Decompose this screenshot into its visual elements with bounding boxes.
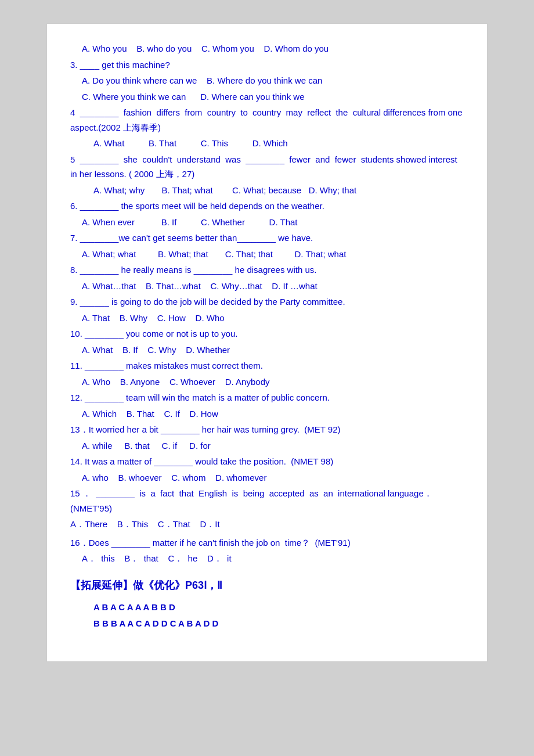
q13-options: A. while B. that C. if D. for — [70, 438, 464, 453]
q16-options: A． this B． that C． he D． it — [70, 551, 464, 566]
q7-stem: 7. ________we can't get seems better tha… — [70, 231, 464, 246]
answers-row1: A B A C A A A B B D — [93, 600, 464, 615]
q12-options: A. Which B. That C. If D. How — [70, 406, 464, 422]
q3-stem: 3. ____ get this machine? — [70, 57, 464, 73]
q8-stem: 8. ________ he really means is ________ … — [70, 262, 464, 278]
q5-options: A. What; why B. That; what C. What; beca… — [70, 183, 464, 198]
q14-stem: 14. It was a matter of ________ would ta… — [70, 454, 464, 469]
q10-stem: 10. ________ you come or not is up to yo… — [70, 326, 464, 341]
q-intro-options: A. Who you B. who do you C. Whom you D. … — [70, 41, 464, 56]
q9-options: A. That B. Why C. How D. Who — [70, 311, 464, 326]
q6-stem: 6. ________ the sports meet will be held… — [70, 199, 464, 214]
q12-stem: 12. ________ team will win the match is … — [70, 390, 464, 405]
extension-title: 【拓展延伸】做《优化》P63Ⅰ，Ⅱ — [70, 577, 464, 595]
q3-options-a: A. Do you think where can we B. Where do… — [70, 73, 464, 88]
q4-options: A. What B. That C. This D. Which — [70, 136, 464, 151]
q8-options: A. What…that B. That…what C. Why…that D.… — [70, 279, 464, 294]
main-page: A. Who you B. who do you C. Whom you D. … — [46, 23, 488, 662]
q10-options: A. What B. If C. Why D. Whether — [70, 343, 464, 358]
q14-options: A. who B. whoever C. whom D. whomever — [70, 470, 464, 485]
q5-stem: 5 ________ she couldn't understand was _… — [70, 152, 464, 182]
answers-block: A B A C A A A B B D B B B A A C A D D C … — [70, 600, 464, 631]
q3-options-b: C. Where you think we can D. Where can y… — [70, 89, 464, 105]
q4-stem: 4 ________ fashion differs from country … — [70, 105, 464, 135]
answers-row2: B B B A A C A D D C A B A D D — [93, 616, 464, 631]
q11-options: A. Who B. Anyone C. Whoever D. Anybody — [70, 375, 464, 390]
q11-stem: 11. ________ makes mistakes must correct… — [70, 358, 464, 373]
q15-options: A．There B．This C．That D．It — [70, 517, 464, 532]
q16-stem: 16．Does ________ matter if he can't fini… — [70, 535, 464, 550]
q7-options: A. What; what B. What; that C. That; tha… — [70, 247, 464, 262]
q9-stem: 9. ______ is going to do the job will be… — [70, 294, 464, 309]
q15-stem: 15 ． ________ is a fact that English is … — [70, 486, 464, 516]
q6-options: A. When ever B. If C. Whether D. That — [70, 215, 464, 230]
q13-stem: 13．It worried her a bit ________ her hai… — [70, 422, 464, 437]
